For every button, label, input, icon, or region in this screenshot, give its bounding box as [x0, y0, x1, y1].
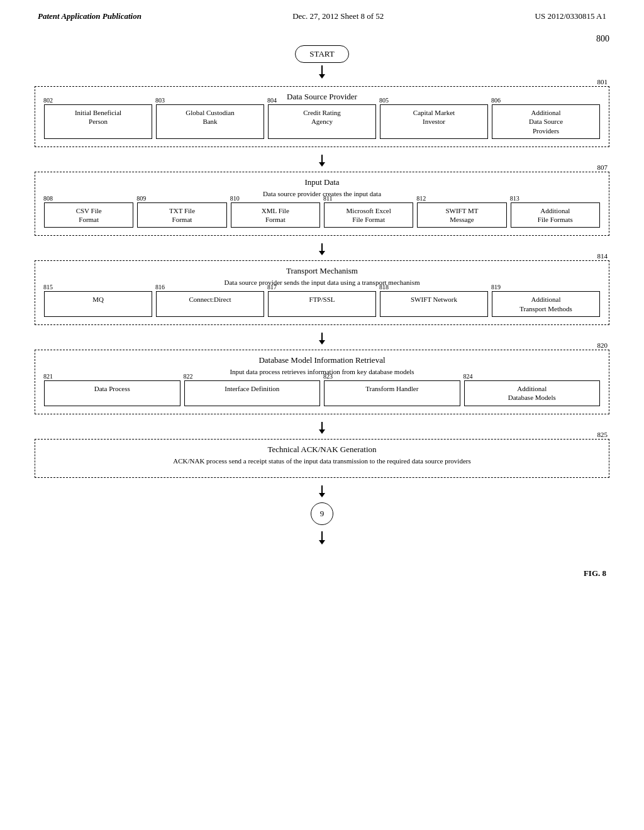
item-808: 808 CSV FileFormat [44, 202, 133, 228]
item-802: 802 Initial BeneficialPerson [44, 104, 152, 139]
item-804: 804 Credit RatingAgency [268, 104, 376, 139]
ref-813: 813 [510, 194, 519, 202]
section2-label: Input Data [42, 177, 602, 187]
section3-sublabel: Data source provider sends the input dat… [42, 279, 602, 286]
ref-816: 816 [155, 283, 165, 291]
arrow-1-2 [35, 155, 609, 167]
ref-802: 802 [43, 96, 53, 104]
ref-809: 809 [136, 194, 146, 202]
diagram-area: 800 START 801 Data Source Provider 802 [0, 28, 644, 562]
arrow-3-4 [35, 333, 609, 345]
ref-824: 824 [464, 372, 473, 380]
ref-821: 821 [43, 372, 53, 380]
item-811: 811 Microsoft ExcelFile Format [324, 202, 413, 228]
ref-822: 822 [184, 372, 193, 380]
item-819: 819 AdditionalTransport Methods [492, 291, 600, 317]
ref-815: 815 [43, 283, 53, 291]
item-822: 822 Interface Definition [184, 380, 321, 406]
section1-label: Data Source Provider [42, 92, 602, 102]
ref-811: 811 [323, 194, 333, 202]
patent-number: US 2012/0330815 A1 [535, 11, 606, 21]
page-header: Patent Application Publication Dec. 27, … [0, 0, 644, 28]
item-813: 813 AdditionalFile Formats [511, 202, 600, 228]
item-816: 816 Connect:Direct [156, 291, 264, 317]
ref-820: 820 [597, 341, 608, 349]
ref-806: 806 [491, 96, 501, 104]
section1-items: 802 Initial BeneficialPerson 803 Global … [42, 104, 602, 139]
ref-812: 812 [416, 194, 426, 202]
item-809: 809 TXT FileFormat [137, 202, 226, 228]
section5-label: Technical ACK/NAK Generation [42, 445, 602, 455]
sheet-info: Dec. 27, 2012 Sheet 8 of 52 [292, 11, 384, 21]
section-database-model: 820 Database Model Information Retrieval… [35, 350, 609, 414]
section4-sublabel: Input data process retrieves information… [42, 368, 602, 375]
item-815: 815 MQ [44, 291, 152, 317]
ref-807: 807 [597, 163, 608, 171]
ref-814: 814 [597, 252, 608, 260]
item-818: 818 SWIFT Network [380, 291, 488, 317]
ref-805: 805 [379, 96, 389, 104]
fig-label: FIG. 8 [584, 568, 606, 578]
start-area: START [35, 45, 609, 84]
terminal-node: 9 [311, 502, 333, 525]
ref-810: 810 [230, 194, 240, 202]
section5-sublabel: ACK/NAK process send a receipt status of… [42, 457, 602, 465]
section-transport: 814 Transport Mechanism Data source prov… [35, 260, 609, 325]
fig-label-area: FIG. 8 [0, 562, 644, 585]
section4-label: Database Model Information Retrieval [42, 355, 602, 365]
ref-817: 817 [267, 283, 277, 291]
arrow-5-terminal [35, 485, 609, 497]
start-arrow [319, 65, 325, 79]
ref-804: 804 [267, 96, 277, 104]
ref-808: 808 [43, 194, 53, 202]
arrow-terminal-out [35, 531, 609, 545]
publication-label: Patent Application Publication [38, 11, 142, 21]
section4-items: 821 Data Process 822 Interface Definitio… [42, 380, 602, 406]
section2-items: 808 CSV FileFormat 809 TXT FileFormat 81… [42, 202, 602, 228]
arrow-2-3 [35, 243, 609, 255]
item-817: 817 FTP/SSL [268, 291, 376, 317]
ref-818: 818 [379, 283, 389, 291]
item-812: 812 SWIFT MTMessage [417, 202, 506, 228]
ref-823: 823 [323, 372, 333, 380]
section-data-source-provider: 801 Data Source Provider 802 Initial Ben… [35, 86, 609, 147]
ref-803: 803 [155, 96, 165, 104]
ref-801: 801 [597, 78, 608, 86]
item-821: 821 Data Process [44, 380, 180, 406]
arrow-4-5 [35, 422, 609, 434]
ref-800-label: 800 [596, 34, 609, 43]
item-810: 810 XML FileFormat [231, 202, 320, 228]
item-805: 805 Capital MarketInvestor [380, 104, 488, 139]
ref-819: 819 [491, 283, 501, 291]
section3-label: Transport Mechanism [42, 266, 602, 276]
section-input-data: 807 Input Data Data source provider crea… [35, 172, 609, 236]
item-806: 806 AdditionalData SourceProviders [492, 104, 600, 139]
ref-825: 825 [597, 431, 608, 438]
item-803: 803 Global CustodianBank [156, 104, 264, 139]
section-ack-nak: 825 Technical ACK/NAK Generation ACK/NAK… [35, 439, 609, 478]
start-node: START [295, 45, 348, 63]
section3-items: 815 MQ 816 Connect:Direct 817 FTP/SSL 81… [42, 291, 602, 317]
item-823: 823 Transform Handler [324, 380, 460, 406]
item-824: 824 AdditionalDatabase Models [464, 380, 601, 406]
